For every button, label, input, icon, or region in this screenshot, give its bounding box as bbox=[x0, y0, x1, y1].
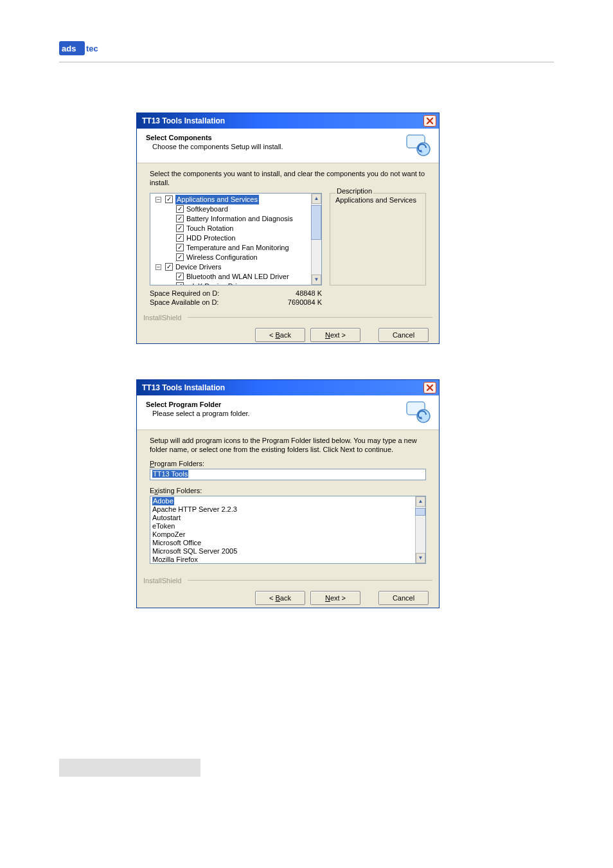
checkbox[interactable] bbox=[176, 253, 184, 261]
next-button[interactable]: Next > bbox=[310, 591, 360, 605]
tree-root[interactable]: Device Drivers bbox=[175, 262, 222, 272]
checkbox[interactable] bbox=[176, 234, 184, 242]
list-item[interactable]: eToken bbox=[152, 522, 413, 530]
list-item[interactable]: Microsoft SQL Server 2005 bbox=[152, 547, 413, 556]
header-subtitle: Please select a program folder. bbox=[146, 410, 430, 417]
tree-item[interactable]: Wireless Configuration bbox=[186, 253, 258, 262]
space-required-value: 48848 K bbox=[296, 289, 322, 297]
header-rule bbox=[59, 62, 554, 62]
collapse-icon[interactable]: − bbox=[155, 264, 161, 270]
description-text: Applications and Services bbox=[335, 196, 420, 204]
checkbox[interactable] bbox=[176, 282, 184, 285]
dialog-title: TT13 Tools Installation bbox=[142, 116, 225, 125]
list-item[interactable]: Microsoft Office bbox=[152, 539, 413, 547]
cancel-button[interactable]: Cancel bbox=[378, 328, 429, 342]
header-panel: Select Components Choose the components … bbox=[137, 129, 439, 163]
titlebar[interactable]: TT13 Tools Installation bbox=[137, 113, 439, 129]
program-folders-label: Program Folders: bbox=[150, 460, 426, 467]
header-title: Select Program Folder bbox=[146, 401, 430, 408]
back-button[interactable]: < Back bbox=[255, 328, 305, 342]
list-item[interactable]: Adobe bbox=[152, 497, 174, 505]
scroll-thumb[interactable] bbox=[415, 508, 425, 516]
close-icon[interactable] bbox=[423, 382, 436, 393]
header-panel: Select Program Folder Please select a pr… bbox=[137, 395, 439, 430]
cancel-button[interactable]: Cancel bbox=[378, 591, 429, 605]
existing-folders-label: Existing Folders: bbox=[150, 487, 426, 494]
list-item[interactable]: Apache HTTP Server 2.2.3 bbox=[152, 505, 413, 514]
scroll-down-icon[interactable]: ▼ bbox=[312, 275, 321, 285]
scroll-up-icon[interactable]: ▲ bbox=[312, 194, 321, 204]
checkbox[interactable] bbox=[176, 215, 184, 222]
space-available-value: 7690084 K bbox=[288, 298, 322, 306]
scrollbar[interactable]: ▲ ▼ bbox=[311, 194, 321, 285]
setup-icon bbox=[404, 131, 432, 159]
select-program-folder-dialog: TT13 Tools Installation Select Program F… bbox=[136, 379, 440, 608]
checkbox[interactable] bbox=[176, 244, 184, 251]
scroll-down-icon[interactable]: ▼ bbox=[416, 553, 425, 563]
scroll-thumb[interactable] bbox=[311, 205, 321, 240]
tree-item[interactable]: Touch Rotation bbox=[186, 224, 233, 233]
setup-icon bbox=[404, 398, 432, 426]
description-box: Description Applications and Services bbox=[330, 193, 426, 285]
collapse-icon[interactable]: − bbox=[155, 197, 161, 203]
checkbox[interactable] bbox=[165, 263, 173, 271]
scrollbar[interactable]: ▲ ▼ bbox=[415, 496, 425, 563]
adstec-logo: ads tec bbox=[59, 41, 112, 55]
checkbox[interactable] bbox=[176, 205, 184, 213]
components-tree[interactable]: − Applications and Services Softkeyboard… bbox=[150, 193, 322, 285]
select-components-dialog: TT13 Tools Installation Select Component… bbox=[136, 113, 440, 344]
back-button[interactable]: < Back bbox=[255, 591, 305, 605]
checkbox[interactable] bbox=[165, 195, 173, 203]
installshield-label: InstallShield bbox=[137, 577, 439, 584]
list-item[interactable]: Mozilla Firefox bbox=[152, 556, 413, 564]
next-button[interactable]: Next > bbox=[310, 328, 360, 342]
description-label: Description bbox=[335, 187, 373, 195]
space-available-label: Space Available on D: bbox=[150, 298, 218, 306]
svg-text:tec: tec bbox=[86, 44, 98, 53]
program-folder-input[interactable]: TT13 Tools bbox=[150, 469, 426, 480]
existing-folders-list[interactable]: Adobe Apache HTTP Server 2.2.3 Autostart… bbox=[150, 496, 426, 564]
installshield-label: InstallShield bbox=[137, 314, 439, 321]
dialog-title: TT13 Tools Installation bbox=[142, 383, 225, 392]
tree-item[interactable]: Softkeyboard bbox=[186, 204, 228, 214]
close-icon[interactable] bbox=[423, 115, 436, 127]
checkbox[interactable] bbox=[176, 224, 184, 232]
instruction-text: Select the components you want to instal… bbox=[150, 170, 426, 188]
page-footer-bar bbox=[59, 759, 200, 777]
tree-item[interactable]: Battery Information and Diagnosis bbox=[186, 214, 293, 224]
tree-item[interactable]: adsX Device Driver bbox=[186, 282, 247, 285]
list-item[interactable]: Autostart bbox=[152, 514, 413, 522]
titlebar[interactable]: TT13 Tools Installation bbox=[137, 380, 439, 395]
svg-text:ads: ads bbox=[62, 44, 76, 53]
tree-item[interactable]: Temperature and Fan Monitoring bbox=[186, 243, 289, 253]
header-subtitle: Choose the components Setup will install… bbox=[146, 143, 430, 150]
checkbox[interactable] bbox=[176, 273, 184, 280]
tree-item[interactable]: Bluetooth and WLAN LED Driver bbox=[186, 272, 289, 282]
scroll-up-icon[interactable]: ▲ bbox=[416, 496, 425, 507]
list-item[interactable]: KompoZer bbox=[152, 530, 413, 539]
space-required-label: Space Required on D: bbox=[150, 289, 219, 297]
tree-root[interactable]: Applications and Services bbox=[175, 195, 259, 204]
tree-item[interactable]: HDD Protection bbox=[186, 233, 235, 243]
instruction-text: Setup will add program icons to the Prog… bbox=[150, 437, 426, 455]
header-title: Select Components bbox=[146, 134, 430, 141]
